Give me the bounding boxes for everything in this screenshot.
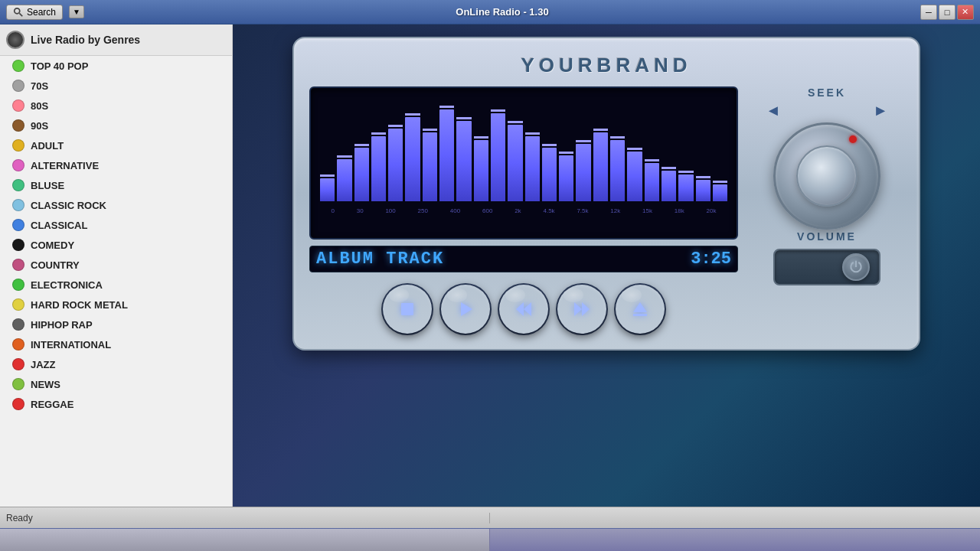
genre-item[interactable]: ALTERNATIVE xyxy=(0,155,232,175)
eq-freq-label: 100 xyxy=(385,207,395,214)
svg-marker-7 xyxy=(582,302,590,316)
genre-label: JAZZ xyxy=(31,359,56,370)
eq-bar xyxy=(371,136,386,201)
svg-marker-8 xyxy=(633,302,647,312)
genre-item[interactable]: COUNTRY xyxy=(0,255,232,275)
genre-label: HIPHOP RAP xyxy=(31,319,93,331)
minimize-button[interactable]: ─ xyxy=(920,5,937,20)
eq-bar-group xyxy=(371,132,386,201)
genre-item[interactable]: COMEDY xyxy=(0,235,232,255)
play-icon xyxy=(456,300,475,318)
eq-peak xyxy=(474,136,488,139)
genre-item[interactable]: TOP 40 POP xyxy=(0,56,232,76)
eq-peak xyxy=(423,129,437,131)
eq-bar xyxy=(696,180,710,201)
genre-dot xyxy=(12,119,24,132)
eq-bar xyxy=(610,140,625,201)
genre-label: COMEDY xyxy=(31,240,74,251)
power-section[interactable] xyxy=(773,249,880,285)
seek-knob[interactable] xyxy=(773,122,880,230)
genre-label: ADULT xyxy=(31,140,64,152)
eq-bar xyxy=(474,140,488,201)
genre-item[interactable]: 80S xyxy=(0,96,232,116)
eq-bar xyxy=(423,132,437,201)
eq-freq-label: 18k xyxy=(675,207,684,214)
search-button[interactable]: Search xyxy=(6,5,63,20)
genre-item[interactable]: 90S xyxy=(0,116,232,135)
fast-forward-button[interactable] xyxy=(557,285,606,334)
status-bar: Ready xyxy=(0,507,980,528)
genre-item[interactable]: 70S xyxy=(0,76,232,96)
eject-button[interactable] xyxy=(616,285,665,334)
genre-label: BLUSE xyxy=(31,180,64,191)
close-button[interactable]: ✕ xyxy=(957,5,974,20)
genre-item[interactable]: HARD ROCK METAL xyxy=(0,295,232,315)
genre-item[interactable]: REGGAE xyxy=(0,394,232,414)
eq-bar-group xyxy=(593,129,608,201)
eq-peak xyxy=(576,140,590,142)
eq-bar xyxy=(320,178,335,201)
genre-item[interactable]: NEWS xyxy=(0,374,232,394)
genre-item[interactable]: JAZZ xyxy=(0,354,232,374)
genre-dot xyxy=(12,99,24,112)
eq-peak xyxy=(371,132,386,135)
eq-bar-group xyxy=(439,106,454,201)
radio-player: YOURBRAND 0301002504006002k4.5k7.5k12k15… xyxy=(292,37,920,350)
genre-item[interactable]: INTERNATIONAL xyxy=(0,334,232,354)
seek-right-arrow: ► xyxy=(873,102,888,119)
eq-peak xyxy=(439,106,454,108)
genre-dot xyxy=(12,298,24,311)
stop-icon xyxy=(398,300,416,318)
svg-marker-4 xyxy=(516,302,524,316)
eq-freq-label: 7.5k xyxy=(577,207,588,214)
stop-button[interactable] xyxy=(383,285,432,334)
knob-indicator xyxy=(849,135,857,143)
eq-bar-group xyxy=(713,181,727,201)
window-title: OnLine Radio - 1.30 xyxy=(456,6,548,18)
eq-peak xyxy=(525,132,540,135)
genre-item[interactable]: CLASSIC ROCK xyxy=(0,195,232,215)
track-time: 3:25 xyxy=(691,249,731,269)
genre-label: REGGAE xyxy=(31,399,74,410)
search-icon xyxy=(13,7,24,18)
eq-freq-label: 0 xyxy=(331,207,334,214)
eq-bar xyxy=(405,117,420,201)
eq-bar xyxy=(337,159,351,201)
track-name: ALBUM TRACK xyxy=(316,249,444,269)
eq-bar xyxy=(593,132,608,201)
restore-button[interactable]: □ xyxy=(939,5,956,20)
eq-bar-group xyxy=(662,167,676,201)
eq-bar-group xyxy=(456,117,471,201)
genre-item[interactable]: HIPHOP RAP xyxy=(0,315,232,334)
eq-bar xyxy=(576,144,590,201)
play-button[interactable] xyxy=(441,285,490,334)
sidebar-scroll-area[interactable]: TOP 40 POP70S80S90SADULTALTERNATIVEBLUSE… xyxy=(0,56,232,507)
genre-item[interactable]: CLASSICAL xyxy=(0,215,232,235)
eq-bar xyxy=(525,136,540,201)
eq-freq-label: 4.5k xyxy=(543,207,554,214)
title-bar: Search ▼ OnLine Radio - 1.30 ─ □ ✕ xyxy=(0,0,980,24)
eq-peak xyxy=(491,109,505,112)
genre-item[interactable]: ADULT xyxy=(0,135,232,155)
eq-peak xyxy=(320,174,335,177)
genre-label: ALTERNATIVE xyxy=(31,160,99,171)
eq-peak xyxy=(405,113,420,116)
track-info: ALBUM TRACK 3:25 xyxy=(309,246,738,272)
genre-dot xyxy=(12,398,24,410)
genre-dot xyxy=(12,239,24,251)
svg-rect-2 xyxy=(401,303,413,315)
eq-peak xyxy=(645,159,659,161)
power-button[interactable] xyxy=(842,253,870,281)
genre-item[interactable]: ELECTRONICA xyxy=(0,275,232,295)
genre-dot xyxy=(12,60,24,72)
eject-icon xyxy=(631,300,649,318)
genre-label: ELECTRONICA xyxy=(31,279,103,291)
genre-dot xyxy=(12,358,24,370)
knob-inner xyxy=(796,145,858,207)
rewind-button[interactable] xyxy=(499,285,548,334)
seek-arrows-row: ◄ ► xyxy=(766,102,888,119)
seek-label: SEEK xyxy=(750,86,903,99)
genre-item[interactable]: BLUSE xyxy=(0,175,232,195)
search-dropdown[interactable]: ▼ xyxy=(69,5,84,18)
sidebar: Live Radio by Genres TOP 40 POP70S80S90S… xyxy=(0,24,233,507)
